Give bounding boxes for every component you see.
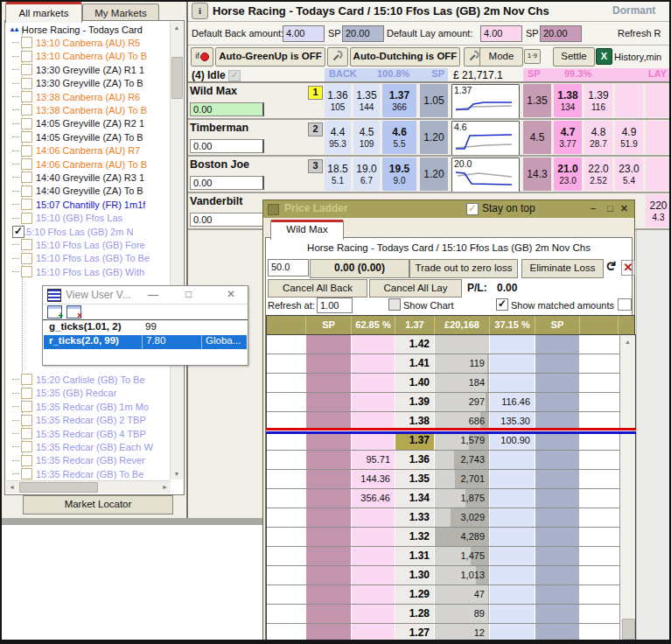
stake-input[interactable]: 0.00 xyxy=(190,102,264,116)
market-locator-button[interactable]: Market Locator xyxy=(23,495,173,514)
ladder-cell[interactable] xyxy=(352,547,395,565)
ladder-cell[interactable] xyxy=(535,585,580,604)
ladder-cell[interactable] xyxy=(267,585,306,604)
back-price-cell[interactable]: 19.06.7 xyxy=(353,158,380,191)
tree-root-item[interactable]: ▲▲Horse Racing - Todays Card xyxy=(9,23,171,36)
lay-price-cell[interactable] xyxy=(646,121,671,154)
tree-item[interactable]: 13:30 Greyville (ZA) R1 1 xyxy=(12,63,175,76)
lay-price-cell[interactable]: 21.023.0 xyxy=(554,158,582,191)
back-price-cell[interactable]: 1.37366 xyxy=(382,84,416,117)
ladder-cell[interactable] xyxy=(267,547,306,565)
tab-all-markets[interactable]: All markets xyxy=(5,2,82,23)
tree-item[interactable]: 14:05 Greyville (ZA) R2 1 xyxy=(12,117,175,130)
ladder-traded-cell[interactable]: 1,013 xyxy=(435,566,490,584)
ladder-cell[interactable] xyxy=(580,566,619,584)
sp-lay-input[interactable]: 20.00 xyxy=(540,25,582,42)
lay-price-cell[interactable]: 2204.3 xyxy=(646,194,671,228)
tree-item[interactable]: 13:10 Canberra (AU) To B xyxy=(12,50,175,63)
tree-item[interactable]: 15:35 Redcar (GB) To Be xyxy=(12,467,175,480)
ladder-cell[interactable] xyxy=(580,508,619,527)
tree-item[interactable]: 15:35 Redcar (GB) 4 TBP xyxy=(12,427,175,440)
ladder-cell[interactable] xyxy=(490,585,535,604)
ladder-cell[interactable] xyxy=(352,335,395,354)
if-bulb-icon[interactable]: if xyxy=(191,47,213,66)
back-price-cell[interactable]: 18.55.1 xyxy=(325,158,351,191)
tree-checkbox[interactable] xyxy=(21,239,32,250)
back-price-cell[interactable]: 4.5109 xyxy=(353,121,380,154)
back-price-cell[interactable]: 1.36105 xyxy=(325,84,351,117)
settle-button[interactable]: Settle xyxy=(553,47,595,66)
ladder-cell[interactable] xyxy=(267,470,306,488)
position-button[interactable]: 0.00 (0.00) xyxy=(310,259,409,278)
user-var-row[interactable]: r_ticks(2.0, 99)7.80Globa... xyxy=(44,335,247,349)
lay-price-cell[interactable]: 4.951.9 xyxy=(615,121,643,154)
tree-item[interactable]: 15:10 Ffos Las (GB) To Be xyxy=(12,252,175,265)
ladder-traded-cell[interactable]: 1,579 xyxy=(435,431,490,450)
ladder-cell[interactable] xyxy=(306,508,352,527)
stake-input[interactable]: 0.00 xyxy=(190,139,264,153)
status-checkbox[interactable]: ✓ xyxy=(228,70,241,81)
close-icon[interactable]: ✕ xyxy=(227,288,235,300)
ladder-price-cell[interactable]: 1.30 xyxy=(395,566,435,584)
tree-checkbox[interactable] xyxy=(21,388,32,399)
ladder-cell[interactable] xyxy=(535,393,580,411)
show-chart-checkbox[interactable] xyxy=(388,298,401,311)
tab-my-markets[interactable]: My Markets xyxy=(82,4,159,21)
tree-item[interactable]: 15:35 Redcar (GB) 1m Mo xyxy=(12,400,175,413)
tree-checkbox[interactable] xyxy=(21,158,32,170)
scroll-up-icon[interactable]: ▲ xyxy=(171,22,183,33)
tree-item[interactable]: 14:40 Greyville (ZA) R3 1 xyxy=(12,171,175,184)
ladder-traded-cell[interactable]: 2,701 xyxy=(435,470,490,488)
scrollbar-thumb[interactable] xyxy=(622,619,635,640)
stamp-1-9-icon[interactable]: 1·9 xyxy=(524,49,541,64)
tree-checkbox[interactable] xyxy=(21,213,32,224)
ladder-cell[interactable] xyxy=(535,547,580,565)
ladder-cell[interactable] xyxy=(306,451,352,469)
ladder-price-cell[interactable]: 1.40 xyxy=(395,374,435,392)
tree-checkbox[interactable] xyxy=(21,374,32,385)
tree-item[interactable]: 13:10 Canberra (AU) R5 xyxy=(12,36,175,49)
cancel-icon[interactable]: ✕ xyxy=(621,260,635,276)
ladder-cell[interactable] xyxy=(535,489,580,508)
ladder-price-cell[interactable]: 1.29 xyxy=(395,585,435,604)
stake-input[interactable]: 0.00 xyxy=(190,213,264,227)
lay-price-cell[interactable] xyxy=(615,84,643,117)
ladder-cell[interactable]: 100.90 xyxy=(490,431,535,450)
tree-checkbox[interactable] xyxy=(21,104,32,116)
ladder-cell[interactable] xyxy=(306,585,352,604)
ladder-price-cell[interactable]: 1.34 xyxy=(395,489,435,508)
ladder-cell[interactable] xyxy=(267,528,306,546)
sp-back-cell[interactable]: 1.20 xyxy=(420,121,448,154)
ladder-cell[interactable]: 356.46 xyxy=(352,489,395,508)
ladder-price-cell[interactable]: 1.39 xyxy=(395,393,435,411)
ladder-traded-cell[interactable]: 297 xyxy=(435,393,490,411)
lay-price-cell[interactable] xyxy=(646,158,671,191)
excel-icon[interactable]: X xyxy=(596,48,612,65)
trade-out-button[interactable]: Trade out to zero loss xyxy=(409,259,518,278)
ladder-price-cell[interactable]: 1.37 xyxy=(395,431,435,450)
tree-item[interactable]: 15:07 Chantilly (FR) 1m1f xyxy=(12,198,175,211)
tree-checkbox[interactable] xyxy=(21,118,32,130)
mini-chart-cell[interactable]: 4.6 xyxy=(451,121,520,156)
mini-chart-cell[interactable]: 1.37 xyxy=(451,84,520,119)
tree-item[interactable]: 15:35 Redcar (GB) Each W xyxy=(12,440,175,453)
back-price-cell[interactable]: 19.59.0 xyxy=(382,158,416,191)
tree-item[interactable]: ✓15:10 Ffos Las (GB) 2m N xyxy=(12,225,175,238)
ladder-cell[interactable] xyxy=(306,470,352,488)
ladder-cell[interactable] xyxy=(580,431,619,450)
ladder-cell[interactable] xyxy=(267,393,306,411)
wrench-icon[interactable] xyxy=(327,47,348,66)
ladder-cell[interactable] xyxy=(535,374,580,392)
ladder-price-cell[interactable]: 1.31 xyxy=(395,547,435,565)
mode-button[interactable]: Mode xyxy=(479,47,523,66)
ladder-traded-cell[interactable]: 47 xyxy=(435,585,490,604)
tree-item[interactable]: 13:38 Canberra (AU) R6 xyxy=(12,90,175,103)
ladder-price-cell[interactable]: 1.32 xyxy=(395,528,435,546)
ladder-cell[interactable] xyxy=(267,605,306,623)
ladder-cell[interactable] xyxy=(580,374,619,392)
ladder-cell[interactable] xyxy=(352,508,395,527)
tree-item[interactable]: 13:38 Canberra (AU) To B xyxy=(12,103,175,116)
ladder-cell[interactable] xyxy=(267,354,306,373)
ladder-cell[interactable] xyxy=(490,374,535,392)
panel-divider[interactable] xyxy=(186,0,188,518)
